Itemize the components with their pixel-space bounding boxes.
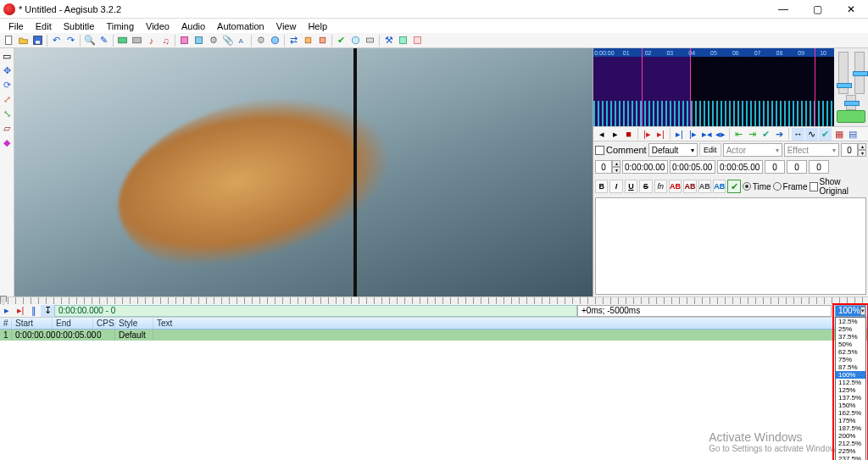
close-video-icon[interactable]	[130, 34, 144, 47]
redo-icon[interactable]: ↷	[64, 34, 78, 47]
col-end[interactable]: End	[53, 318, 93, 329]
ass-draw-icon[interactable]	[268, 34, 282, 47]
start-time-input[interactable]	[622, 160, 668, 174]
video-autoscroll-icon[interactable]: ↧	[41, 305, 54, 317]
zoom-option[interactable]: 37.5%	[836, 333, 865, 341]
font-button[interactable]: fn	[654, 180, 667, 193]
open-audio-icon[interactable]: ♪	[144, 34, 159, 47]
zoom-option[interactable]: 175%	[836, 417, 865, 424]
show-original-checkbox[interactable]	[810, 182, 818, 191]
style-combo[interactable]: Default▾	[648, 143, 698, 157]
zoom-option[interactable]: 100%	[836, 371, 865, 379]
menu-video[interactable]: Video	[141, 20, 175, 32]
margin-v-input[interactable]	[809, 160, 829, 174]
save-file-icon[interactable]	[31, 34, 45, 47]
replace-icon[interactable]: ✎	[97, 34, 111, 47]
col-start[interactable]: Start	[12, 318, 53, 329]
play-sel-end-icon[interactable]: ▸|	[654, 128, 667, 141]
rotate-z-icon[interactable]: ⟳	[1, 79, 14, 91]
commit-audio-icon[interactable]: ✔	[760, 128, 772, 141]
audio-commit-button[interactable]	[837, 110, 865, 123]
play-last-icon[interactable]: ◂▸	[714, 128, 726, 141]
italic-button[interactable]: I	[609, 180, 622, 193]
horiz-zoom-slider[interactable]	[838, 52, 849, 94]
zoom-option[interactable]: 225%	[836, 447, 865, 455]
options-icon[interactable]: ⚒	[381, 34, 396, 47]
play-before-icon[interactable]: ▸|	[673, 128, 686, 141]
frame-radio[interactable]: Frame	[773, 182, 808, 191]
next-on-commit-icon[interactable]: ▦	[832, 128, 845, 141]
menu-audio[interactable]: Audio	[176, 20, 210, 32]
underline-button[interactable]: U	[625, 180, 637, 193]
color3-button[interactable]: AB	[698, 180, 711, 193]
zoom-option[interactable]: 125%	[836, 386, 865, 394]
col-cps[interactable]: CPS	[93, 318, 115, 329]
effect-spin[interactable]: ▴▾	[841, 143, 866, 157]
commit-text-button[interactable]: ✔	[727, 180, 740, 193]
video-pause-icon[interactable]: ‖	[27, 305, 41, 317]
zoom-option[interactable]: 162.5%	[836, 409, 865, 417]
bold-button[interactable]: B	[595, 180, 608, 193]
audio-from-video-icon[interactable]: ♫	[159, 34, 173, 47]
zoom-option[interactable]: 237.5%	[836, 455, 865, 461]
new-file-icon[interactable]	[2, 34, 16, 47]
video-display[interactable]	[14, 48, 593, 297]
close-button[interactable]: ✕	[834, 0, 868, 19]
duration-input[interactable]	[717, 160, 763, 174]
menu-edit[interactable]: Edit	[31, 20, 57, 32]
audio-play-icon[interactable]: ▸	[609, 128, 621, 141]
zoom-option[interactable]: 187.5%	[836, 424, 865, 432]
time-radio[interactable]: Time	[743, 182, 771, 191]
play-first-icon[interactable]: ▸◂	[700, 128, 713, 141]
zoom-option[interactable]: 75%	[836, 356, 865, 363]
zoom-option[interactable]: 25%	[836, 325, 865, 333]
zoom-combo[interactable]: 100% ▾	[835, 305, 866, 317]
margin-l-input[interactable]	[765, 160, 785, 174]
col-text[interactable]: Text	[153, 318, 868, 329]
table-row[interactable]: 1 0:00:00.00 0:00:05.00 0 Default	[0, 330, 868, 341]
zoom-option[interactable]: 50%	[836, 341, 865, 348]
vert-zoom-slider[interactable]	[854, 52, 865, 94]
menu-subtitle[interactable]: Subtitle	[58, 20, 100, 32]
undo-icon[interactable]: ↶	[49, 34, 64, 47]
actor-combo[interactable]: Actor▾	[723, 143, 782, 157]
audio-stop-icon[interactable]: ■	[622, 128, 635, 141]
video-seek-bar[interactable]	[0, 297, 868, 304]
zoom-option[interactable]: 137.5%	[836, 394, 865, 402]
timing-post-icon[interactable]	[301, 34, 315, 47]
shift-frames-icon[interactable]: ⇄	[287, 34, 301, 47]
zoom-option[interactable]: 87.5%	[836, 363, 865, 371]
toggle-icon[interactable]	[410, 34, 425, 47]
zoom-option[interactable]: 62.5%	[836, 348, 865, 356]
play-sel-start-icon[interactable]: |▸	[641, 128, 654, 141]
open-file-icon[interactable]	[16, 34, 31, 47]
menu-help[interactable]: Help	[303, 20, 332, 32]
std-tool-icon[interactable]: ▭	[1, 50, 14, 63]
end-time-input[interactable]	[670, 160, 715, 174]
col-number[interactable]: #	[0, 318, 12, 329]
open-video-icon[interactable]	[115, 34, 130, 47]
lead-in-icon[interactable]: ⇤	[732, 128, 745, 141]
scale-tool-icon[interactable]: ⤡	[1, 108, 14, 120]
video-play-icon[interactable]: ▸	[0, 305, 14, 317]
rotate-xy-icon[interactable]: ⤢	[1, 93, 14, 106]
properties-icon[interactable]: ⚙	[206, 34, 220, 47]
maximize-button[interactable]: ▢	[800, 0, 834, 19]
subtitle-text-area[interactable]	[595, 197, 866, 295]
color1-button[interactable]: AB	[669, 180, 682, 193]
audio-spectrogram[interactable]: 0:00:0001020304050607080910	[593, 48, 834, 126]
translation-icon[interactable]	[348, 34, 363, 47]
menu-timing[interactable]: Timing	[101, 20, 139, 32]
color2-button[interactable]: AB	[683, 180, 696, 193]
margin-r-input[interactable]	[787, 160, 807, 174]
zoom-option[interactable]: 200%	[836, 432, 865, 440]
kanji-timer-icon[interactable]	[315, 34, 330, 47]
zoom-option[interactable]: 150%	[836, 402, 865, 409]
automation-icon[interactable]: ⚙	[253, 34, 268, 47]
find-icon[interactable]: 🔍	[82, 34, 97, 47]
color4-button[interactable]: AB	[713, 180, 726, 193]
effect-combo[interactable]: Effect▾	[784, 143, 839, 157]
zoom-option[interactable]: 12.5%	[836, 318, 865, 325]
comment-checkbox[interactable]	[595, 146, 604, 155]
shift-times-icon[interactable]	[177, 34, 192, 47]
